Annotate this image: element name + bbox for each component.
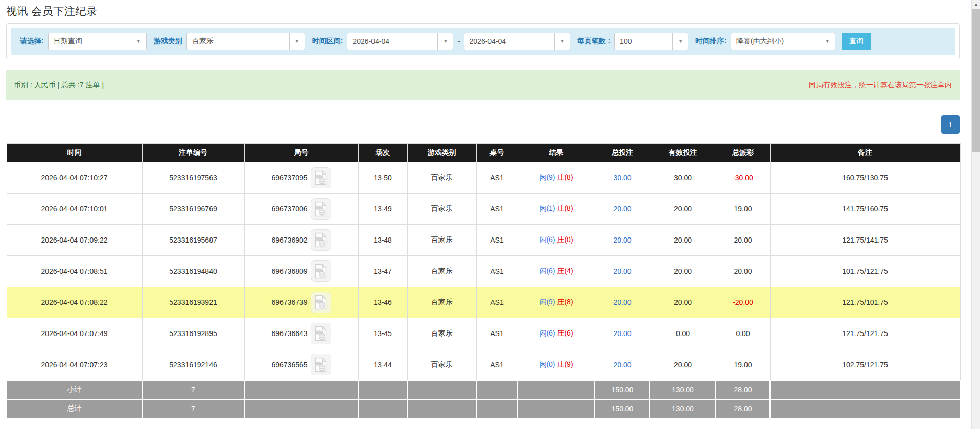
chevron-down-icon: ▼ [131,33,146,50]
query-type-select[interactable]: 日期查询 ▼ [48,33,147,50]
cell-payout: 19.00 [716,194,770,225]
total-cell [244,380,358,399]
cell-time: 2026-04-04 07:07:49 [7,318,142,349]
table-row[interactable]: 2026-04-04 07:10:27 523316197563 6967370… [7,162,960,194]
total-bet-link[interactable]: 20.00 [613,298,631,306]
time-range-label: 时间区间: [312,37,343,46]
total-cell [518,399,595,418]
cell-session: 13-46 [358,287,407,318]
video-replay-button[interactable] [311,292,331,313]
cell-table-no: AS1 [476,256,518,287]
total-bet-link[interactable]: 20.00 [613,236,631,244]
game-type-select[interactable]: 百家乐 ▼ [186,33,305,50]
cell-result: 闲(0) 庄(9) [518,349,595,380]
query-type-value: 日期查询 [49,33,131,50]
search-button[interactable]: 查询 [842,33,871,50]
video-replay-button[interactable] [311,167,331,188]
filter-bar: 请选择: 日期查询 ▼ 游戏类别 百家乐 ▼ 时间区间: 2026-04-04 … [11,28,955,55]
cell-total-bet: 20.00 [595,287,650,318]
cell-total-bet: 20.00 [595,225,650,256]
cell-valid-bet: 20.00 [650,194,716,225]
cell-time: 2026-04-04 07:09:22 [7,225,142,256]
table-row[interactable]: 2026-04-04 07:07:23 523316192146 6967365… [7,349,960,380]
cell-game-type: 百家乐 [407,225,476,256]
cell-remark: 141.75/160.75 [770,194,960,225]
result-player: 闲(6) [539,267,555,275]
cell-session: 13-48 [358,225,407,256]
total-cell: 28.00 [716,380,770,399]
total-cell: 小计 [7,380,142,399]
page-size-label: 每页笔数 : [577,37,611,46]
scrollbar-thumb[interactable] [972,9,980,152]
currency-total-text: 币别 : 人民币 | 总共 :7 注单 | [14,81,104,90]
vertical-scrollbar[interactable]: ▲ [971,0,980,429]
video-replay-button[interactable] [311,198,331,220]
result-banker: 庄(4) [557,267,573,275]
total-bet-link[interactable]: 20.00 [613,361,631,369]
cell-bet-id: 523316193921 [142,287,244,318]
film-document-icon [314,201,328,217]
column-header: 有效投注 [650,144,716,162]
video-replay-button[interactable] [311,260,331,282]
cell-bet-id: 523316192146 [142,349,244,380]
result-banker: 庄(8) [557,173,573,181]
range-separator: ~ [456,37,460,45]
total-cell [358,380,407,399]
date-from-select[interactable]: 2026-04-04 ▼ [347,33,453,50]
cell-remark: 102.75/121.75 [770,349,960,380]
subtotal-row: 小计7150.00130.0028.00 [7,380,960,399]
total-cell: 总计 [7,399,142,418]
date-from-value: 2026-04-04 [347,33,437,50]
round-id-text: 696736902 [271,236,307,244]
cell-remark: 121.75/141.75 [770,225,960,256]
total-cell: 130.00 [650,399,716,418]
total-bet-link[interactable]: 20.00 [613,267,631,275]
result-banker: 庄(8) [557,298,573,306]
cell-round-id: 696736565 [244,349,358,380]
betting-records-table: 时间注单编号局号场次游戏类别桌号结果总投注有效投注总派彩备注 2026-04-0… [6,143,961,419]
total-bet-link[interactable]: 30.00 [613,174,631,182]
total-cell [407,399,476,418]
video-replay-button[interactable] [311,354,331,375]
result-player: 闲(6) [539,329,555,337]
cell-remark: 101.75/121.75 [770,256,960,287]
video-replay-button[interactable] [311,229,331,251]
cell-bet-id: 523316195687 [142,225,244,256]
cell-payout: 20.00 [716,225,770,256]
cell-total-bet: 20.00 [595,256,650,287]
page-title: 视讯 会员下注纪录 [6,0,960,21]
scroll-up-arrow-icon[interactable]: ▲ [972,0,980,9]
column-header: 局号 [244,144,358,162]
cell-time: 2026-04-04 07:10:01 [7,194,142,225]
total-cell: 28.00 [716,399,770,418]
film-document-icon [314,264,328,279]
cell-game-type: 百家乐 [407,287,476,318]
total-cell: 150.00 [595,399,650,418]
table-row[interactable]: 2026-04-04 07:10:01 523316196769 6967370… [7,194,960,225]
table-row[interactable]: 2026-04-04 07:07:49 523316192895 6967366… [7,318,960,349]
result-player: 闲(0) [539,360,555,368]
cell-valid-bet: 20.00 [650,256,716,287]
film-document-icon [314,170,328,185]
total-bet-link[interactable]: 20.00 [613,329,631,338]
chevron-down-icon: ▼ [672,33,688,50]
table-row[interactable]: 2026-04-04 07:09:22 523316195687 6967369… [7,225,960,256]
column-header: 备注 [770,144,960,162]
column-header: 时间 [7,144,142,162]
round-id-text: 696737095 [271,174,307,182]
column-header: 总投注 [595,144,650,162]
film-document-icon [314,326,328,341]
table-row[interactable]: 2026-04-04 07:08:22 523316193921 6967367… [7,287,960,318]
video-replay-button[interactable] [311,323,331,344]
date-to-select[interactable]: 2026-04-04 ▼ [464,33,570,50]
sort-order-select[interactable]: 降幂(由大到小) ▼ [731,33,835,50]
result-banker: 庄(6) [557,329,573,337]
total-cell: 7 [142,380,244,399]
cell-session: 13-45 [358,318,407,349]
page-size-select[interactable]: 100 ▼ [614,33,688,50]
total-bet-link[interactable]: 20.00 [613,205,631,213]
table-row[interactable]: 2026-04-04 07:08:51 523316194840 6967368… [7,256,960,287]
total-cell: 7 [142,399,244,418]
page-1-button[interactable]: 1 [941,115,960,134]
cell-time: 2026-04-04 07:08:51 [7,256,142,287]
